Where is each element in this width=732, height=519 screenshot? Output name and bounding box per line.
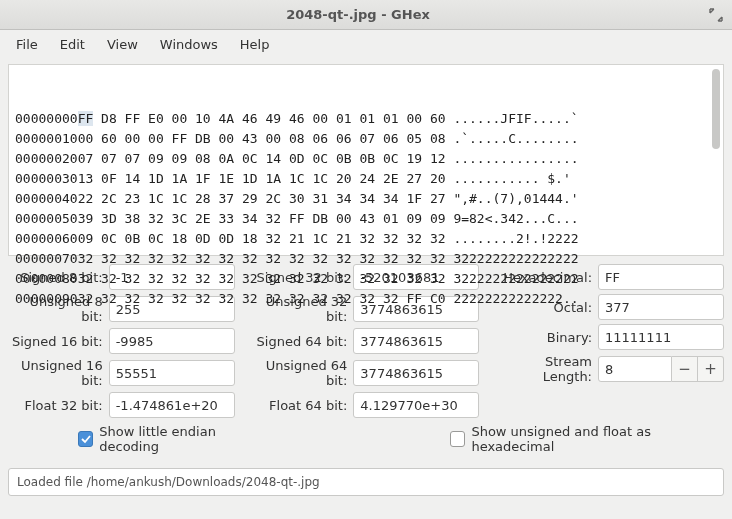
hex-ascii[interactable]: 3222222222222222	[453, 269, 578, 289]
hex-offset: 00000080	[15, 269, 78, 289]
hex-offset: 00000010	[15, 129, 78, 149]
hex-row[interactable]: 0000007032 32 32 32 32 32 32 32 32 32 32…	[15, 249, 717, 269]
value-field[interactable]: 4.129770e+30	[353, 392, 479, 418]
hex-offset: 00000040	[15, 189, 78, 209]
hex-ascii[interactable]: 3222222222222222	[453, 249, 578, 269]
hex-offset: 00000020	[15, 149, 78, 169]
hex-row[interactable]: 0000006009 0C 0B 0C 18 0D 0D 18 32 21 1C…	[15, 229, 717, 249]
hex-ascii[interactable]: 22222222222222..	[453, 289, 578, 309]
hex-ascii[interactable]: ................	[453, 149, 578, 169]
field-label: Float 32 bit:	[8, 398, 109, 413]
value-field[interactable]: -1.474861e+20	[109, 392, 235, 418]
hex-view[interactable]: 00000000FF D8 FF E0 00 10 4A 46 49 46 00…	[8, 64, 724, 256]
hex-bytes[interactable]: 32 32 32 32 32 32 32 32 32 32 32 32 32 3…	[78, 249, 454, 269]
little-endian-label: Show little endian decoding	[99, 424, 270, 454]
menu-file[interactable]: File	[6, 33, 48, 56]
data-row: Float 64 bit:4.129770e+30	[253, 392, 480, 418]
data-row: Unsigned 64 bit:3774863615	[253, 358, 480, 388]
field-label: Stream Length:	[497, 354, 598, 384]
stream-length-minus[interactable]: −	[672, 356, 698, 382]
menu-help[interactable]: Help	[230, 33, 280, 56]
hex-ascii[interactable]: ......JFIF.....`	[453, 109, 578, 129]
hex-offset: 00000030	[15, 169, 78, 189]
value-field[interactable]: 3774863615	[353, 360, 479, 386]
hex-bytes[interactable]: 32 32 32 32 32 32 32 32 32 32 32 32 32 3…	[78, 269, 454, 289]
hex-row[interactable]: 0000002007 07 07 09 09 08 0A 0C 14 0D 0C…	[15, 149, 717, 169]
hex-ascii[interactable]: ........... $.'	[453, 169, 570, 189]
window-title: 2048-qt-.jpg - GHex	[8, 7, 708, 22]
field-label: Unsigned 64 bit:	[253, 358, 354, 388]
hex-offset: 00000090	[15, 289, 78, 309]
show-hex-label: Show unsigned and float as hexadecimal	[471, 424, 724, 454]
scrollbar-thumb[interactable]	[712, 69, 720, 149]
hex-bytes[interactable]: 09 0C 0B 0C 18 0D 0D 18 32 21 1C 21 32 3…	[78, 229, 454, 249]
hex-bytes[interactable]: 07 07 07 09 09 08 0A 0C 14 0D 0C 0B 0B 0…	[78, 149, 454, 169]
hex-bytes[interactable]: 00 60 00 00 FF DB 00 43 00 08 06 06 07 0…	[78, 129, 454, 149]
menubar: File Edit View Windows Help	[0, 30, 732, 58]
titlebar: 2048-qt-.jpg - GHex	[0, 0, 732, 30]
hex-row[interactable]: 0000005039 3D 38 32 3C 2E 33 34 32 FF DB…	[15, 209, 717, 229]
hex-row[interactable]: 0000001000 60 00 00 FF DB 00 43 00 08 06…	[15, 129, 717, 149]
hex-bytes[interactable]: 39 3D 38 32 3C 2E 33 34 32 FF DB 00 43 0…	[78, 209, 454, 229]
hex-row[interactable]: 0000008032 32 32 32 32 32 32 32 32 32 32…	[15, 269, 717, 289]
status-text: Loaded file /home/ankush/Downloads/2048-…	[17, 475, 320, 489]
checkbox-icon	[450, 431, 465, 447]
stream-length-plus[interactable]: +	[698, 356, 724, 382]
hex-row[interactable]: 0000003013 0F 14 1D 1A 1F 1E 1D 1A 1C 1C…	[15, 169, 717, 189]
hex-bytes[interactable]: 22 2C 23 1C 1C 28 37 29 2C 30 31 34 34 3…	[78, 189, 454, 209]
hex-row[interactable]: 00000000FF D8 FF E0 00 10 4A 46 49 46 00…	[15, 109, 717, 129]
hex-row[interactable]: 0000009032 32 32 32 32 32 32 32 32 32 32…	[15, 289, 717, 309]
stream-length-input[interactable]: 8	[598, 356, 672, 382]
data-row: Unsigned 16 bit:55551	[8, 358, 235, 388]
hex-bytes[interactable]: 32 32 32 32 32 32 32 32 32 32 32 32 32 3…	[78, 289, 454, 309]
menu-view[interactable]: View	[97, 33, 148, 56]
show-hex-checkbox[interactable]: Show unsigned and float as hexadecimal	[450, 424, 724, 454]
hex-offset: 00000000	[15, 109, 78, 129]
statusbar: Loaded file /home/ankush/Downloads/2048-…	[8, 468, 724, 496]
vertical-scrollbar[interactable]	[711, 69, 721, 251]
data-row: Stream Length:8−+	[497, 354, 724, 384]
hex-bytes[interactable]: 13 0F 14 1D 1A 1F 1E 1D 1A 1C 1C 20 24 2…	[78, 169, 454, 189]
hex-offset: 00000060	[15, 229, 78, 249]
maximize-icon[interactable]	[708, 7, 724, 23]
hex-offset: 00000070	[15, 249, 78, 269]
field-label: Unsigned 16 bit:	[8, 358, 109, 388]
hex-ascii[interactable]: ........2!.!2222	[453, 229, 578, 249]
hex-bytes[interactable]: FF D8 FF E0 00 10 4A 46 49 46 00 01 01 0…	[78, 109, 454, 129]
menu-edit[interactable]: Edit	[50, 33, 95, 56]
value-field[interactable]: 55551	[109, 360, 235, 386]
field-label: Float 64 bit:	[253, 398, 354, 413]
checkbox-icon	[78, 431, 93, 447]
little-endian-checkbox[interactable]: Show little endian decoding	[78, 424, 270, 454]
hex-offset: 00000050	[15, 209, 78, 229]
data-row: Float 32 bit:-1.474861e+20	[8, 392, 235, 418]
hex-ascii[interactable]: .`.....C........	[453, 129, 578, 149]
hex-ascii[interactable]: 9=82<.342...C...	[453, 209, 578, 229]
menu-windows[interactable]: Windows	[150, 33, 228, 56]
hex-ascii[interactable]: ",#..(7),01444.'	[453, 189, 578, 209]
hex-row[interactable]: 0000004022 2C 23 1C 1C 28 37 29 2C 30 31…	[15, 189, 717, 209]
